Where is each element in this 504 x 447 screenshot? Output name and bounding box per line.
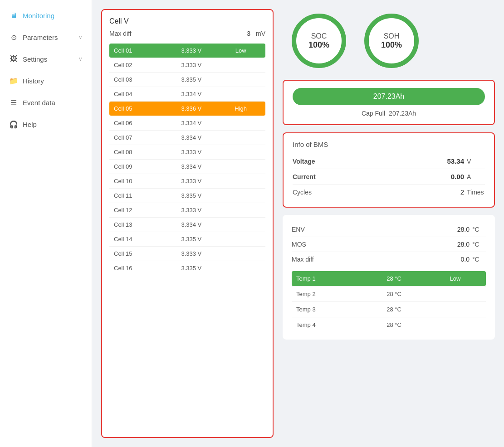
temp-info-value: 28.0 bbox=[457, 226, 470, 233]
cell-status bbox=[216, 163, 265, 170]
temp-section: ENV28.0°CMOS28.0°CMax diff0.0°C Temp 128… bbox=[283, 215, 495, 340]
cell-row: Cell 163.335 V bbox=[109, 261, 265, 275]
temp-info-value: 28.0 bbox=[457, 241, 470, 248]
temp-value: 28 °C bbox=[363, 287, 425, 301]
cell-name: Cell 16 bbox=[109, 261, 167, 275]
circles-row: SOC 100% SOH 100% bbox=[283, 9, 495, 73]
cell-status bbox=[216, 207, 265, 214]
cell-row: Cell 153.333 V bbox=[109, 247, 265, 261]
max-diff-unit: mV bbox=[256, 30, 265, 37]
cell-voltage: 3.336 V bbox=[167, 102, 216, 116]
cell-status: High bbox=[216, 102, 265, 116]
cell-voltage: 3.334 V bbox=[167, 218, 216, 232]
temp-info-row: ENV28.0°C bbox=[292, 222, 486, 237]
cell-voltage: 3.335 V bbox=[167, 73, 216, 87]
cell-status bbox=[216, 250, 265, 258]
bms-panel: Info of BMS Voltage53.34VCurrent0.00ACyc… bbox=[283, 132, 495, 208]
cell-row: Cell 123.333 V bbox=[109, 203, 265, 218]
chevron-down-icon: ∨ bbox=[78, 34, 83, 40]
sidebar-item-settings[interactable]: 🖼 Settings ∨ bbox=[0, 48, 92, 70]
monitor-icon: 🖥 bbox=[9, 11, 18, 20]
temp-table-rows: Temp 128 °CLowTemp 228 °CTemp 328 °CTemp… bbox=[292, 271, 486, 332]
temp-name: Temp 4 bbox=[292, 317, 363, 332]
sidebar-item-parameters[interactable]: ⊙ Parameters ∨ bbox=[0, 26, 92, 48]
temp-value: 28 °C bbox=[363, 317, 425, 332]
soc-value: 100% bbox=[308, 40, 329, 50]
temp-status bbox=[425, 321, 486, 329]
cell-voltage: 3.334 V bbox=[167, 87, 216, 101]
sidebar-item-event-data[interactable]: ☰ Event data bbox=[0, 92, 92, 113]
max-diff-value: 3 bbox=[247, 30, 250, 37]
cell-status: Low bbox=[216, 44, 265, 58]
cell-name: Cell 06 bbox=[109, 116, 167, 130]
temp-info-label: MOS bbox=[292, 241, 457, 248]
cell-row: Cell 063.334 V bbox=[109, 116, 265, 131]
main-content: Cell V Max diff 3 mV Cell 013.333 VLowCe… bbox=[92, 0, 504, 447]
cell-name: Cell 12 bbox=[109, 203, 167, 217]
cell-name: Cell 14 bbox=[109, 232, 167, 246]
max-diff-row: Max diff 3 mV bbox=[109, 30, 265, 37]
max-diff-label: Max diff bbox=[109, 30, 132, 37]
cell-voltage: 3.333 V bbox=[167, 145, 216, 159]
cell-status bbox=[216, 76, 265, 83]
cell-voltage: 3.335 V bbox=[167, 232, 216, 246]
cell-name: Cell 03 bbox=[109, 73, 167, 87]
cell-status bbox=[216, 62, 265, 69]
capacity-footer: Cap Full 207.23Ah bbox=[293, 110, 485, 117]
bms-row-unit: V bbox=[467, 158, 485, 165]
cell-voltage: 3.333 V bbox=[167, 58, 216, 72]
temp-info-row: MOS28.0°C bbox=[292, 237, 486, 252]
temp-info-value: 0.0 bbox=[461, 256, 470, 263]
temp-info-unit: °C bbox=[472, 226, 486, 233]
event-icon: ☰ bbox=[9, 98, 18, 107]
sidebar-item-label: Event data bbox=[23, 99, 55, 107]
cell-status bbox=[216, 236, 265, 243]
cell-name: Cell 10 bbox=[109, 174, 167, 188]
cell-row: Cell 113.335 V bbox=[109, 189, 265, 203]
soc-ring: SOC 100% bbox=[292, 14, 346, 68]
cell-name: Cell 02 bbox=[109, 58, 167, 72]
bms-row-value: 0.00 bbox=[451, 173, 464, 180]
bms-row-label: Voltage bbox=[293, 158, 385, 165]
cell-voltage: 3.333 V bbox=[167, 203, 216, 217]
cell-row: Cell 053.336 VHigh bbox=[109, 102, 265, 116]
soh-ring: SOH 100% bbox=[364, 14, 419, 68]
bms-row: Cycles2Times bbox=[293, 185, 485, 199]
sidebar-item-help[interactable]: 🎧 Help bbox=[0, 113, 92, 135]
sidebar-item-label: Help bbox=[23, 121, 37, 128]
cell-name: Cell 04 bbox=[109, 87, 167, 101]
temp-name: Temp 1 bbox=[292, 271, 363, 286]
temp-table-row: Temp 228 °C bbox=[292, 287, 486, 302]
soh-value: 100% bbox=[381, 40, 402, 50]
capacity-bar: 207.23Ah bbox=[293, 88, 485, 105]
temp-info-rows: ENV28.0°CMOS28.0°CMax diff0.0°C bbox=[292, 222, 486, 267]
cell-name: Cell 01 bbox=[109, 44, 167, 58]
cell-panel-title: Cell V bbox=[109, 17, 265, 25]
chevron-down-icon: ∨ bbox=[78, 56, 83, 62]
bms-row-unit: Times bbox=[467, 189, 485, 196]
cell-row: Cell 093.334 V bbox=[109, 160, 265, 174]
sidebar-item-monitoring[interactable]: 🖥 Monitoring bbox=[0, 5, 92, 26]
bms-row: Current0.00A bbox=[293, 169, 485, 185]
cell-voltage: 3.334 V bbox=[167, 116, 216, 130]
temp-status bbox=[425, 306, 486, 314]
temp-value: 28 °C bbox=[363, 302, 425, 317]
bms-row: Voltage53.34V bbox=[293, 154, 485, 169]
cell-name: Cell 09 bbox=[109, 160, 167, 174]
bms-row-value: 2 bbox=[460, 188, 464, 196]
cell-voltage: 3.333 V bbox=[167, 174, 216, 188]
cell-status bbox=[216, 192, 265, 199]
temp-info-label: ENV bbox=[292, 226, 457, 233]
cell-name: Cell 13 bbox=[109, 218, 167, 232]
temp-info-label: Max diff bbox=[292, 256, 461, 263]
cell-row: Cell 033.335 V bbox=[109, 73, 265, 87]
sidebar-item-label: Parameters bbox=[23, 34, 58, 41]
temp-table-row: Temp 428 °C bbox=[292, 317, 486, 332]
sidebar-item-history[interactable]: 📁 History bbox=[0, 70, 92, 92]
temp-value: 28 °C bbox=[363, 271, 425, 286]
cell-row: Cell 103.333 V bbox=[109, 174, 265, 189]
bms-row-label: Cycles bbox=[293, 189, 393, 196]
cell-rows-container: Cell 013.333 VLowCell 023.333 VCell 033.… bbox=[109, 44, 265, 275]
cap-full-value: 207.23Ah bbox=[389, 110, 416, 117]
temp-info-unit: °C bbox=[472, 256, 486, 263]
